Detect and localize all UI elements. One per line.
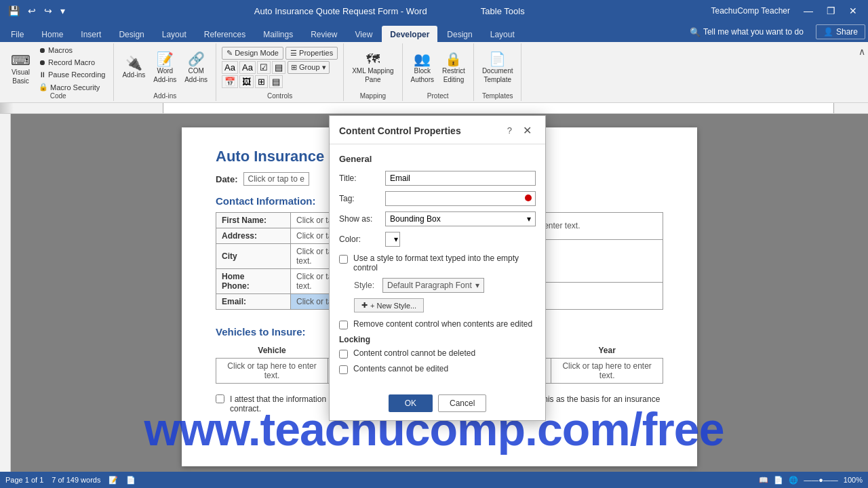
window-close-button[interactable]: ✕: [844, 4, 863, 18]
show-as-row: Show as: Bounding Box ▾: [339, 211, 536, 226]
user-name: TeachuComp Teacher: [711, 6, 790, 16]
attest-checkbox[interactable]: [216, 394, 224, 403]
tell-me-text: Tell me what you want to do: [703, 27, 804, 37]
word-add-ins-button[interactable]: 📝 Word Add-ins: [151, 50, 179, 85]
document-title-text: Auto Insurance Quote Request Form - Word: [254, 6, 427, 16]
tab-insert[interactable]: Insert: [73, 26, 109, 42]
restrict-icon: 🔒: [445, 52, 462, 66]
ok-button[interactable]: OK: [389, 394, 433, 412]
tab-design[interactable]: Design: [111, 26, 152, 42]
save-button[interactable]: 💾: [5, 4, 22, 18]
vehicle-cell-4[interactable]: Click or tap here to enter text.: [551, 359, 663, 384]
redo-button[interactable]: ↪: [41, 4, 55, 18]
code-group-label: Code: [3, 92, 113, 100]
status-right: 📖 📄 🌐 ——●—— 100%: [759, 476, 863, 485]
cannot-edit-row: Contents cannot be edited: [339, 364, 536, 374]
add-ins-button[interactable]: 🔌 Add-ins: [119, 54, 148, 81]
tag-field-label: Tag:: [339, 194, 380, 203]
view-layout-button[interactable]: 📄: [774, 476, 783, 485]
ribbon-group-mapping: 🗺 XML Mapping Pane Mapping: [344, 43, 402, 101]
homephone-label: HomePhone:: [216, 269, 291, 294]
tag-row: Tag:: [339, 191, 536, 206]
remove-control-checkbox[interactable]: [339, 321, 348, 329]
view-web-button[interactable]: 🌐: [789, 476, 798, 485]
com-add-ins-button[interactable]: 🔗 COM Add-ins: [182, 50, 210, 85]
ribbon-collapse-button[interactable]: ∧: [859, 46, 865, 57]
show-as-label: Show as:: [339, 214, 380, 224]
legacy-control-button[interactable]: ▤: [269, 75, 283, 88]
cannot-edit-checkbox[interactable]: [339, 365, 348, 374]
color-swatch[interactable]: ▾: [385, 232, 400, 247]
com-icon: 🔗: [188, 52, 205, 66]
use-style-label: Use a style to format text typed into th…: [353, 253, 536, 272]
rich-text-control-button[interactable]: Aa: [239, 61, 256, 74]
combo-control-button[interactable]: ▤: [272, 61, 285, 74]
image-control-button[interactable]: 🖼: [239, 75, 254, 88]
design-mode-button[interactable]: ✎ Design Mode: [222, 47, 283, 60]
qat-dropdown-button[interactable]: ▾: [58, 4, 68, 18]
macros-button[interactable]: ⏺ Macros: [36, 45, 108, 56]
tab-view[interactable]: View: [347, 26, 381, 42]
use-style-checkbox[interactable]: [339, 255, 348, 264]
date-control-button[interactable]: 📅: [222, 75, 238, 88]
modal-controls: ? ✕: [503, 123, 536, 138]
new-style-plus-icon: ✚: [361, 301, 368, 310]
tab-table-design[interactable]: Design: [439, 26, 480, 42]
properties-button[interactable]: ☰ Properties: [285, 47, 338, 60]
group-button[interactable]: ⊞ Group ▾: [288, 61, 330, 74]
window-restore-button[interactable]: ❐: [821, 4, 841, 18]
record-macro-button[interactable]: ⏺ Record Macro: [36, 57, 108, 68]
tag-input[interactable]: [385, 191, 536, 206]
title-bar-left: 💾 ↩ ↪ ▾: [5, 4, 68, 18]
controls-row-2: Aa Aa ☑ ▤ 📅 🖼 ⊞ ▤ ⊞ Group ▾: [222, 61, 338, 88]
pause-recording-button[interactable]: ⏸ Pause Recording: [36, 69, 108, 80]
tab-table-layout[interactable]: Layout: [482, 26, 523, 42]
checkbox-control-button[interactable]: ☑: [257, 61, 271, 74]
cannot-edit-label: Contents cannot be edited: [353, 364, 536, 373]
ribbon-group-templates: 📄 Document Template Templates: [474, 43, 522, 101]
new-style-label: + New Style...: [370, 302, 416, 310]
controls-row-1: ✎ Design Mode ☰ Properties: [222, 47, 338, 60]
undo-button[interactable]: ↩: [25, 4, 39, 18]
use-style-row: Use a style to format text typed into th…: [339, 253, 536, 272]
vertical-ruler: [0, 114, 11, 472]
locking-section: Locking Content control cannot be delete…: [339, 335, 536, 374]
vehicle-col-header: Vehicle: [216, 343, 328, 359]
block-authors-button[interactable]: 👥 Block Authors: [408, 50, 437, 85]
modal-close-button[interactable]: ✕: [519, 123, 536, 138]
tab-review[interactable]: Review: [302, 26, 345, 42]
date-field[interactable]: Click or tap to e: [243, 172, 309, 186]
tab-developer[interactable]: Developer: [382, 26, 437, 42]
restrict-editing-button[interactable]: 🔒 Restrict Editing: [439, 50, 468, 85]
status-left: Page 1 of 1 7 of 149 words 📝 📄: [5, 476, 136, 485]
xml-mapping-button[interactable]: 🗺 XML Mapping Pane: [349, 50, 396, 85]
block-control-button[interactable]: ⊞: [255, 75, 268, 88]
zoom-slider[interactable]: ——●——: [804, 476, 838, 484]
visual-basic-button[interactable]: ⌨ Visual Basic: [8, 52, 33, 87]
tab-layout[interactable]: Layout: [154, 26, 195, 42]
title-bar-right: TeachuComp Teacher — ❐ ✕: [711, 4, 863, 18]
controls-rows: ✎ Design Mode ☰ Properties Aa Aa ☑ ▤ 📅: [222, 47, 338, 88]
cannot-delete-checkbox[interactable]: [339, 350, 348, 359]
macro-security-button[interactable]: 🔒 Macro Security: [36, 81, 108, 93]
share-button[interactable]: 👤 Share: [816, 24, 865, 39]
modal-help-button[interactable]: ?: [503, 124, 516, 137]
protect-group-content: 👥 Block Authors 🔒 Restrict Editing: [408, 45, 468, 100]
ribbon: ⌨ Visual Basic ⏺ Macros ⏺ Record Macro ⏸…: [0, 42, 868, 103]
control-icons-row1: Aa Aa ☑ ▤: [222, 61, 285, 74]
share-label: Share: [836, 27, 858, 37]
title-input[interactable]: [385, 171, 536, 186]
show-as-select[interactable]: Bounding Box ▾: [385, 211, 536, 226]
vehicle-cell-1[interactable]: Click or tap here to enter text.: [216, 359, 328, 384]
document-template-button[interactable]: 📄 Document Template: [479, 50, 516, 85]
tab-file[interactable]: File: [3, 26, 32, 42]
new-style-button[interactable]: ✚ + New Style...: [354, 298, 424, 312]
text-control-button[interactable]: Aa: [222, 61, 238, 74]
window-minimize-button[interactable]: —: [798, 4, 818, 18]
view-read-button[interactable]: 📖: [759, 476, 768, 485]
tab-home[interactable]: Home: [33, 26, 71, 42]
cancel-button[interactable]: Cancel: [438, 394, 486, 412]
tab-references[interactable]: References: [196, 26, 254, 42]
style-select[interactable]: Default Paragraph Font ▾: [382, 278, 484, 293]
tab-mailings[interactable]: Mailings: [255, 26, 301, 42]
